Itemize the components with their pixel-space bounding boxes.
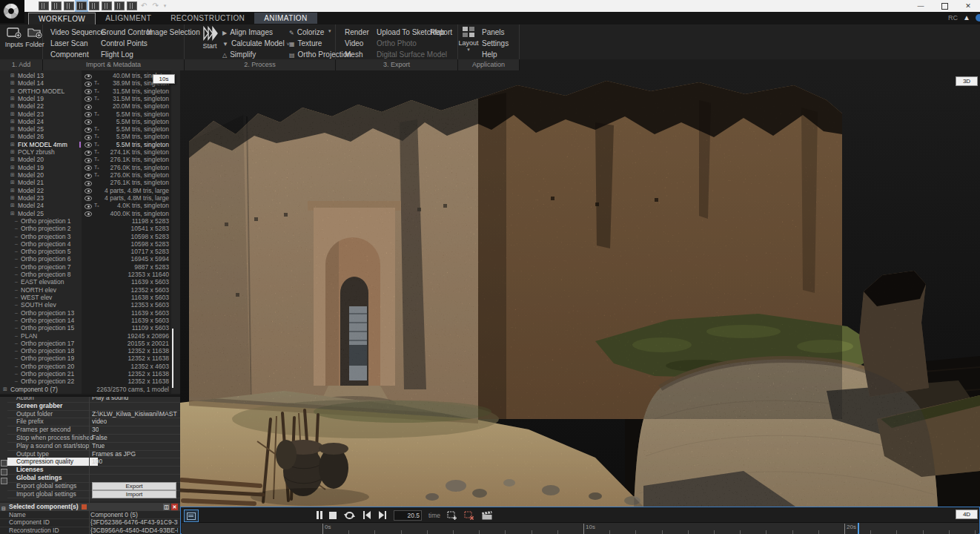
tree-row[interactable]: ⊞Model 224 parts, 4.8M tris, large [0, 187, 180, 194]
layout-preset-5-icon[interactable] [89, 1, 99, 10]
process-group-caret-icon[interactable]: ▾ [328, 28, 331, 34]
tree-row[interactable]: ⊞Model 20Tₓ276.1K tris, singleton [0, 156, 180, 163]
layout-preset-4-icon[interactable] [76, 1, 87, 10]
tree-row[interactable]: ⊞Model 25400.0K tris, singleton [0, 210, 180, 217]
tree-row[interactable]: ‒Ortho projection 1912352 x 11638 [0, 355, 180, 362]
view-type-badge[interactable]: 4D [956, 510, 978, 519]
tree-row[interactable]: ⊞Model 19Tₓ276.0K tris, singleton [0, 164, 180, 171]
tab-alignment[interactable]: ALIGNMENT [96, 13, 161, 24]
viewport-3d[interactable]: 3D [180, 70, 980, 507]
tree-row[interactable]: ‒Ortho projection 1511109 x 5603 [0, 324, 180, 332]
report-button[interactable]: Report [430, 28, 452, 37]
pause-icon[interactable] [317, 511, 322, 519]
tree-row[interactable]: ‒Ortho projection 210541 x 5283 [0, 225, 180, 232]
mesh-button[interactable]: Mesh [345, 50, 362, 59]
loop-icon[interactable] [343, 511, 356, 520]
stop-icon[interactable] [329, 512, 337, 519]
layout-preset-2-icon[interactable] [51, 1, 62, 10]
tree-row[interactable]: ‒Ortho projection 616945 x 5994 [0, 255, 180, 263]
render-button[interactable]: Render [345, 28, 369, 37]
tab-animation[interactable]: ANIMATION [254, 13, 317, 24]
tree-row[interactable]: ‒PLAN19245 x 20896 [0, 332, 180, 340]
video-button[interactable]: Video [345, 39, 363, 48]
tree-row[interactable]: ⊞Model 24Tₓ4.0K tris, singleton [0, 202, 180, 209]
remove-key-icon[interactable] [464, 510, 474, 520]
colorize-button[interactable]: ✎Colorize [289, 28, 324, 38]
tree-row[interactable]: ⊞Model 234 parts, 4.8M tris, large [0, 194, 180, 202]
flight-log-button[interactable]: Flight Log [101, 50, 133, 59]
start-button[interactable]: Start [197, 26, 222, 50]
minimize-button[interactable]: — [909, 0, 933, 12]
calculate-model-button[interactable]: ▼Calculate Model ˅ [222, 39, 290, 49]
tree-row[interactable]: ‒Ortho projection 1311639 x 5603 [0, 309, 180, 317]
qat-more-icon[interactable]: ▾ [162, 2, 168, 10]
component-property-row[interactable]: Reconstruction ID{3CB956A6-4540-4DD4-93B… [0, 527, 180, 534]
restore-button[interactable] [933, 0, 956, 12]
panel-rail-icon[interactable] [1, 469, 7, 475]
tree-row[interactable]: ‒Ortho projection 410598 x 5283 [0, 240, 180, 248]
tree-row[interactable]: ‒Ortho projection 2112352 x 11638 [0, 370, 180, 378]
tree-row[interactable]: ⊞POLY zbrushTₓ274.1K tris, singleton [0, 148, 180, 156]
align-images-button[interactable]: ▶Align Images [222, 28, 273, 38]
image-selection-button[interactable]: Image Selection [147, 28, 200, 37]
layout-preset-7-icon[interactable] [114, 1, 125, 10]
tree-row[interactable]: ⊞Model 23Tₓ5.5M tris, singleton [0, 111, 180, 118]
tree-row[interactable]: ‒Ortho projection 2012352 x 4603 [0, 363, 180, 370]
tree-row[interactable]: ⊞ORTHO MODELTₓ31.5M tris, singleton [0, 88, 180, 95]
tree-row[interactable]: ‒Ortho projection 1411639 x 5603 [0, 317, 180, 324]
layout-preset-1-icon[interactable] [39, 1, 49, 10]
texture-button[interactable]: ▦Texture [289, 39, 322, 49]
tree-row[interactable]: ‒WEST elev11638 x 5603 [0, 294, 180, 301]
tree-row[interactable]: ‒Ortho projection 812353 x 11640 [0, 271, 180, 278]
settings-button[interactable]: Settings [482, 39, 509, 48]
redo-icon[interactable]: ↷ [150, 2, 159, 10]
tree-row[interactable]: ‒Ortho projection 2212352 x 11638 [0, 378, 180, 385]
tree-row[interactable]: ⊞Model 19Tₓ31.5M tris, singleton [0, 95, 180, 102]
video-sequence-button[interactable]: Video Sequence [50, 28, 105, 37]
tab-reconstruction[interactable]: RECONSTRUCTION [161, 13, 254, 24]
tree-row[interactable]: ⊞Model 2220.0M tris, singleton [0, 102, 180, 110]
folder-button[interactable]: Folder [22, 26, 47, 48]
tree-row[interactable]: ‒Ortho projection 111198 x 5283 [0, 217, 180, 225]
layout-preset-3-icon[interactable] [64, 1, 74, 10]
tree-row[interactable]: ‒EAST elevation11639 x 5603 [0, 278, 180, 286]
panel-rail-icon[interactable] [1, 460, 7, 467]
tree-row[interactable]: ‒Ortho projection 79887 x 5283 [0, 263, 180, 271]
component-button[interactable]: Component [50, 50, 89, 59]
help-button[interactable]: Help [482, 50, 497, 59]
layout-preset-8-icon[interactable] [127, 1, 137, 10]
tree-row[interactable]: ‒Ortho projection 510717 x 5283 [0, 248, 180, 255]
close-button[interactable]: ✕ [956, 0, 980, 12]
warning-icon[interactable]: ▲ [963, 13, 970, 22]
layout-preset-6-icon[interactable] [102, 1, 112, 10]
tree-row[interactable]: ‒Ortho projection 1720155 x 20021 [0, 340, 180, 347]
tree-row[interactable]: ⊞Model 26Tₓ5.5M tris, singleton [0, 133, 180, 140]
timeline-ruler[interactable]: 0s10s20s [182, 522, 979, 534]
tree-row[interactable]: ‒SOUTH elev12353 x 5603 [0, 301, 180, 309]
time-cursor[interactable] [858, 523, 859, 534]
tree-scrollbar[interactable] [172, 329, 173, 388]
selected-component-header[interactable]: ⊟ Selected component(s) ◫ ✕ [0, 503, 180, 511]
tree-row[interactable]: ‒Ortho projection 310598 x 5283 [0, 233, 180, 240]
tree-row[interactable]: ‒NORTH elev12352 x 5603 [0, 286, 180, 294]
layout-button[interactable]: Layout ▾ [456, 26, 481, 53]
laser-scan-button[interactable]: Laser Scan [50, 39, 88, 48]
import-button[interactable]: Import [92, 490, 176, 498]
panels-button[interactable]: Panels [482, 28, 505, 37]
app-logo-icon[interactable] [0, 0, 24, 23]
property-row[interactable]: Import global settingsImport [7, 490, 180, 499]
view-type-badge[interactable]: 3D [956, 76, 978, 86]
timeline-view-icon[interactable] [184, 510, 199, 522]
help-icon[interactable] [976, 14, 980, 22]
tree-row[interactable]: ⊞Model 20Tₓ276.0K tris, singleton [0, 171, 180, 179]
prev-frame-icon[interactable] [362, 511, 371, 519]
tree-row[interactable]: ⊞FIX MODEL 4mmTₓ5.5M tris, singleton [0, 141, 180, 148]
add-key-icon[interactable] [447, 510, 457, 520]
ground-control-button[interactable]: Ground Control [101, 28, 151, 37]
next-frame-icon[interactable] [378, 511, 387, 519]
tree-row[interactable]: ⊞Component 0 (7)2263/2570 cams, 1 model [0, 386, 180, 393]
time-input[interactable] [394, 510, 422, 521]
panel-detach-icon[interactable]: ◫ [163, 504, 170, 510]
tree-row[interactable]: ‒Ortho projection 1812352 x 11638 [0, 347, 180, 355]
panel-close-icon[interactable]: ✕ [171, 504, 178, 510]
